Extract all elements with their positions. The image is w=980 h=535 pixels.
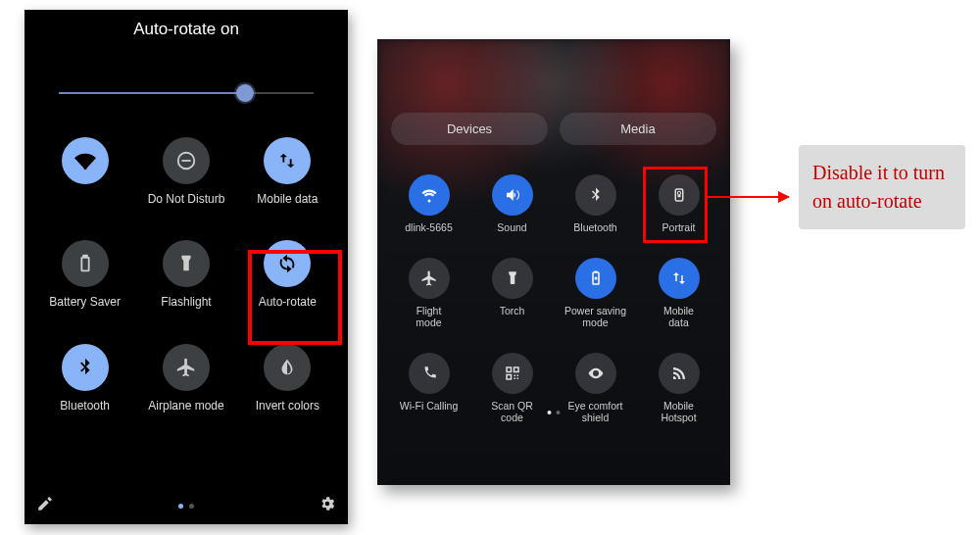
tile-sound[interactable]: Sound	[470, 174, 554, 234]
wifi-icon	[62, 137, 109, 184]
page-indicator	[178, 504, 194, 509]
brightness-thumb[interactable]	[236, 84, 254, 102]
top-buttons-row: Devices Media	[377, 39, 730, 145]
mobile-data-icon	[659, 258, 700, 299]
status-toast: Auto-rotate on	[24, 10, 348, 39]
quick-settings-grid: dlink-5665 Sound Bluetooth Portrait	[377, 145, 730, 424]
svg-rect-3	[83, 256, 87, 258]
wifi-calling-icon	[409, 353, 450, 394]
tile-wifi[interactable]: dlink-5665	[387, 174, 470, 234]
tile-bluetooth[interactable]: Bluetooth	[34, 344, 135, 413]
edit-icon[interactable]	[36, 495, 54, 516]
svg-rect-12	[514, 374, 515, 376]
callout-box: Disable it to turn on auto-rotate	[799, 145, 965, 229]
hotspot-icon	[659, 353, 700, 394]
tile-dnd[interactable]: Do Not Disturb	[135, 137, 236, 206]
tile-mobile-hotspot[interactable]: Mobile Hotspot	[637, 353, 720, 424]
tile-bluetooth[interactable]: Bluetooth	[554, 174, 637, 234]
qr-icon	[492, 353, 533, 394]
tile-label: Bluetooth	[60, 399, 110, 413]
tile-label: Airplane mode	[148, 399, 223, 413]
airplane-icon	[409, 258, 450, 299]
brightness-slider[interactable]	[59, 83, 314, 103]
page-indicator	[548, 411, 561, 414]
tile-torch[interactable]: Torch	[470, 258, 554, 329]
svg-rect-15	[516, 377, 518, 379]
tile-label: Torch	[500, 305, 525, 317]
tile-label: Mobile data	[257, 192, 318, 206]
bluetooth-icon	[575, 174, 616, 216]
svg-rect-13	[516, 374, 518, 376]
tile-wifi[interactable]	[34, 137, 135, 206]
quick-settings-grid: Do Not Disturb Mobile data Battery Saver…	[24, 137, 348, 413]
tile-label: Flashlight	[161, 295, 211, 309]
settings-icon[interactable]	[318, 495, 336, 516]
tile-label: Do Not Disturb	[148, 192, 225, 206]
mobile-data-icon	[264, 137, 311, 184]
tile-eye-comfort[interactable]: Eye comfort shield	[554, 353, 637, 424]
tile-label: Mobile data	[663, 305, 694, 329]
tile-label: Bluetooth	[573, 221, 616, 234]
quick-settings-footer	[24, 495, 348, 516]
tile-label: Portrait	[662, 221, 696, 234]
svg-rect-5	[677, 194, 680, 197]
svg-rect-11	[507, 374, 512, 379]
tile-portrait[interactable]: Portrait	[637, 174, 720, 234]
auto-rotate-icon	[264, 240, 311, 287]
flashlight-icon	[163, 240, 210, 287]
power-saving-icon	[575, 258, 616, 299]
tile-mobile-data[interactable]: Mobile data	[637, 258, 720, 329]
tile-airplane[interactable]: Airplane mode	[135, 344, 236, 413]
tile-flashlight[interactable]: Flashlight	[135, 240, 236, 309]
portrait-lock-icon	[659, 174, 700, 216]
tile-label: Scan QR code	[491, 400, 533, 424]
svg-rect-7	[594, 270, 597, 272]
tile-invert-colors[interactable]: Invert colors	[237, 344, 338, 413]
airplane-icon	[163, 344, 210, 391]
tile-wifi-calling[interactable]: Wi-Fi Calling	[387, 353, 470, 424]
tile-scan-qr[interactable]: Scan QR code	[470, 353, 554, 424]
torch-icon	[492, 258, 533, 299]
sound-icon	[492, 174, 533, 216]
brightness-track	[59, 92, 314, 94]
bluetooth-icon	[62, 344, 109, 391]
tile-battery-saver[interactable]: Battery Saver	[34, 240, 135, 309]
tile-power-saving[interactable]: Power saving mode	[554, 258, 637, 329]
svg-rect-2	[81, 258, 88, 271]
tile-label: Battery Saver	[49, 295, 121, 309]
tile-label: Wi-Fi Calling	[400, 400, 459, 413]
tile-label: Invert colors	[256, 399, 319, 413]
svg-rect-10	[514, 367, 518, 372]
media-button[interactable]: Media	[560, 113, 716, 145]
svg-rect-9	[507, 367, 512, 372]
wifi-icon	[409, 174, 450, 216]
svg-point-8	[594, 276, 597, 279]
tile-flight-mode[interactable]: Flight mode	[387, 258, 470, 329]
tile-label: Auto-rotate	[259, 295, 317, 309]
devices-button[interactable]: Devices	[391, 113, 548, 145]
invert-colors-icon	[264, 344, 311, 391]
svg-rect-14	[514, 377, 515, 379]
dnd-icon	[163, 137, 210, 184]
eye-comfort-icon	[575, 353, 616, 394]
tile-label: Mobile Hotspot	[661, 400, 696, 424]
tile-label: Power saving mode	[564, 305, 626, 329]
tile-label: dlink-5665	[405, 221, 452, 234]
tile-label: Sound	[497, 221, 526, 234]
oneui-quick-settings-panel: Devices Media dlink-5665 Sound Blu	[377, 39, 730, 485]
android-quick-settings-panel: Auto-rotate on Do Not Disturb Mobile dat…	[24, 10, 348, 524]
battery-icon	[62, 240, 109, 287]
tile-mobile-data[interactable]: Mobile data	[237, 137, 338, 206]
tile-label: Flight mode	[416, 305, 441, 329]
tile-label: Eye comfort shield	[567, 400, 622, 424]
tile-auto-rotate[interactable]: Auto-rotate	[237, 240, 338, 309]
